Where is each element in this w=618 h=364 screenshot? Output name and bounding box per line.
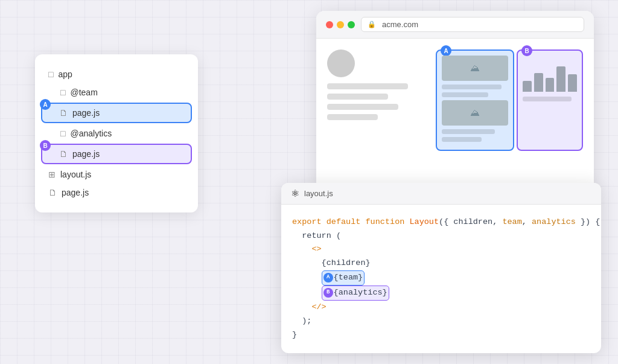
browser-toolbar: 🔒 acme.com: [316, 11, 594, 39]
code-team: {team}: [334, 271, 363, 285]
code-line-3: <>: [292, 243, 587, 257]
browser-url: acme.com: [382, 20, 418, 29]
bar-4: [556, 66, 565, 92]
browser-avatar: [327, 49, 355, 77]
dot-minimize: [337, 21, 344, 28]
file-icon: 🗋: [59, 149, 68, 159]
tree-item-analytics-folder[interactable]: □ @analytics: [35, 124, 198, 142]
tree-item-team-folder[interactable]: □ @team: [35, 83, 198, 101]
code-children: {children}: [322, 257, 371, 270]
tree-item-analytics-page[interactable]: B 🗋 page.js: [41, 144, 192, 164]
react-icon: ⚛: [291, 188, 299, 199]
code-tag: <>: [292, 243, 322, 257]
slot-a-image: [442, 56, 508, 81]
dot-maximize: [348, 21, 355, 28]
tree-item-team-page-wrap: A 🗋 page.js: [35, 103, 198, 123]
folder-icon: □: [48, 69, 53, 79]
file-tree-panel: □ app □ @team A 🗋 page.js □ @analytics B…: [35, 54, 198, 212]
code-panel: ⚛ layout.js export default function Layo…: [281, 183, 601, 353]
code-line-8: );: [292, 315, 587, 328]
code-line-6: B{analytics}: [292, 286, 587, 301]
code-param-team: team: [502, 216, 521, 229]
file-icon: 🗋: [48, 188, 57, 197]
badge-b: B: [40, 140, 51, 151]
folder-icon: □: [60, 129, 65, 138]
code-tag: </>: [292, 301, 327, 315]
file-icon: 🗋: [59, 108, 68, 118]
highlight-team: A{team}: [322, 270, 365, 286]
content-line: [327, 104, 398, 110]
code-analytics: {analytics}: [334, 286, 387, 300]
code-plain: [292, 257, 322, 270]
slot-line: [523, 97, 572, 101]
tree-item-label: page.js: [72, 149, 100, 159]
tree-item-label: page.js: [72, 108, 100, 118]
inline-badge-a: A: [323, 273, 333, 283]
browser-slot-b: B: [517, 49, 583, 151]
file-layout-icon: ⊞: [48, 170, 56, 179]
browser-window: 🔒 acme.com A B: [316, 11, 594, 192]
code-plain: }) {: [576, 216, 600, 229]
dot-close: [326, 21, 333, 28]
browser-slot-a: A: [436, 49, 514, 151]
code-line-4: {children}: [292, 257, 587, 270]
tree-item-label: app: [58, 69, 72, 79]
browser-left-content: [327, 49, 436, 151]
tree-item-label: @team: [70, 88, 97, 97]
code-fn-name: Layout: [409, 216, 439, 229]
slot-line: [442, 137, 482, 142]
bar-chart: [523, 56, 577, 92]
code-line-2: return (: [292, 229, 587, 243]
slot-line: [442, 129, 495, 134]
tree-item-label: @analytics: [70, 129, 112, 138]
code-line-7: </>: [292, 301, 587, 315]
tree-item-layout[interactable]: ⊞ layout.js: [35, 165, 198, 184]
bar-5: [568, 74, 577, 92]
tree-item-app[interactable]: □ app: [35, 65, 198, 83]
content-line: [327, 94, 388, 100]
slot-line: [442, 92, 488, 97]
code-line-5: A{team}: [292, 270, 587, 286]
folder-icon: □: [60, 88, 65, 97]
highlight-analytics: B{analytics}: [322, 286, 389, 301]
code-keyword: export default function: [292, 216, 409, 229]
tree-item-analytics-page-wrap: B 🗋 page.js: [35, 144, 198, 164]
code-plain: );: [292, 315, 311, 328]
tree-item-root-page[interactable]: 🗋 page.js: [35, 184, 198, 202]
code-line-1: export default function Layout({ childre…: [292, 216, 587, 229]
code-plain: ({ children,: [439, 216, 502, 229]
bar-1: [523, 81, 532, 92]
inline-badge-b: B: [323, 288, 333, 298]
code-plain: return (: [292, 229, 341, 243]
code-plain: ,: [522, 216, 532, 229]
bar-3: [546, 78, 555, 92]
content-line: [327, 114, 378, 120]
slot-a-badge: A: [441, 45, 451, 56]
bar-2: [534, 73, 543, 92]
code-toolbar: ⚛ layout.js: [281, 183, 601, 205]
code-plain: [292, 286, 322, 300]
browser-address-bar[interactable]: 🔒 acme.com: [361, 17, 584, 32]
code-param-analytics: analytics: [532, 216, 576, 229]
browser-content: A B: [316, 39, 594, 162]
browser-dots: [326, 21, 355, 28]
tree-item-label: page.js: [62, 188, 89, 197]
code-plain: }: [292, 328, 297, 342]
lock-icon: 🔒: [368, 21, 376, 28]
slot-line: [442, 85, 502, 89]
slot-a-image2: [442, 100, 508, 126]
code-body: export default function Layout({ childre…: [281, 205, 601, 353]
badge-a: A: [40, 99, 51, 110]
code-line-9: }: [292, 328, 587, 342]
slot-b-badge: B: [521, 45, 532, 56]
code-filename: layout.js: [304, 189, 333, 198]
content-line: [327, 83, 408, 89]
tree-item-label: layout.js: [60, 170, 91, 179]
code-plain: [292, 271, 322, 285]
tree-item-team-page[interactable]: A 🗋 page.js: [41, 103, 192, 123]
